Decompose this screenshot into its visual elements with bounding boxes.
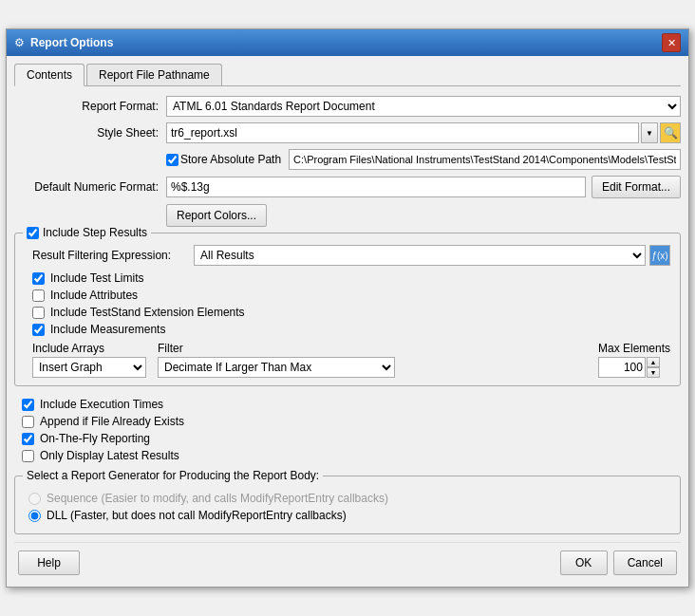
store-absolute-path-row: Store Absolute Path <box>14 149 681 170</box>
include-attributes-checkbox[interactable] <box>32 289 45 302</box>
report-generator-legend: Select a Report Generator for Producing … <box>23 469 323 482</box>
help-button[interactable]: Help <box>18 551 80 575</box>
report-format-row: Report Format: ATML 6.01 Standards Repor… <box>14 96 681 117</box>
append-file-checkbox[interactable] <box>22 416 34 428</box>
include-test-limits-label: Include Test Limits <box>50 271 144 285</box>
sequence-radio[interactable] <box>28 493 41 505</box>
max-elements-label: Max Elements <box>598 342 670 355</box>
store-absolute-path-label: Store Absolute Path <box>180 153 281 166</box>
store-absolute-path-checkbox[interactable] <box>166 154 178 166</box>
dll-radio-row: DLL (Faster, but does not call ModifyRep… <box>25 509 670 522</box>
ok-button[interactable]: OK <box>560 551 608 575</box>
style-sheet-dropdown-btn[interactable]: ▼ <box>641 122 658 143</box>
title-bar: ⚙ Report Options ✕ <box>7 29 688 56</box>
include-test-limits-row: Include Test Limits <box>25 271 670 285</box>
include-measurements-checkbox[interactable] <box>32 324 45 336</box>
bottom-section: Include Execution Times Append if File A… <box>14 394 681 470</box>
style-sheet-row: Style Sheet: ▼ 🔍 <box>14 122 681 143</box>
filter-select[interactable]: Decimate If Larger Than MaxInclude AllOm… <box>158 357 395 378</box>
edit-format-button[interactable]: Edit Format... <box>592 176 681 198</box>
only-display-checkbox[interactable] <box>22 450 34 462</box>
store-absolute-path-input[interactable] <box>289 149 681 170</box>
include-step-results-checkbox[interactable] <box>27 227 39 239</box>
max-elements-increment[interactable]: ▲ <box>647 357 660 367</box>
close-button[interactable]: ✕ <box>662 33 681 52</box>
report-colors-button[interactable]: Report Colors... <box>166 204 267 227</box>
append-file-row: Append if File Already Exists <box>14 415 681 428</box>
report-colors-row: Report Colors... <box>14 204 681 227</box>
include-attributes-label: Include Attributes <box>50 289 138 302</box>
result-filter-formula-btn[interactable]: ƒ(x) <box>649 245 670 266</box>
tab-contents[interactable]: Contents <box>14 64 85 86</box>
include-teststand-row: Include TestStand Extension Elements <box>25 306 670 319</box>
sequence-radio-row: Sequence (Easier to modify, and calls Mo… <box>25 492 670 505</box>
window-body: Contents Report File Pathname Report For… <box>7 56 688 587</box>
append-file-label: Append if File Already Exists <box>40 415 184 428</box>
result-filter-row: Result Filtering Expression: All Results… <box>25 245 670 266</box>
tab-report-file-pathname[interactable]: Report File Pathname <box>86 64 222 85</box>
include-step-results-legend: Include Step Results <box>43 226 147 239</box>
max-elements-decrement[interactable]: ▼ <box>647 367 660 378</box>
include-attributes-row: Include Attributes <box>25 289 670 302</box>
footer: Help OK Cancel <box>14 542 681 579</box>
cancel-button[interactable]: Cancel <box>613 551 677 575</box>
include-arrays-label: Include Arrays <box>32 342 146 355</box>
on-the-fly-label: On-The-Fly Reporting <box>40 432 150 445</box>
result-filter-select[interactable]: All Results <box>194 245 646 266</box>
include-test-limits-checkbox[interactable] <box>32 272 45 285</box>
include-execution-times-row: Include Execution Times <box>14 398 681 411</box>
include-step-results-group: Include Step Results Result Filtering Ex… <box>14 233 681 386</box>
title-bar-text: Report Options <box>30 36 113 49</box>
include-arrays-select[interactable]: Insert GraphInline DataOmit <box>32 357 146 378</box>
sequence-radio-label: Sequence (Easier to modify, and calls Mo… <box>47 492 388 505</box>
only-display-row: Only Display Latest Results <box>14 449 681 462</box>
default-numeric-format-row: Default Numeric Format: Edit Format... <box>14 176 681 198</box>
arrays-section: Include Arrays Insert GraphInline DataOm… <box>25 342 670 378</box>
dll-radio-label: DLL (Faster, but does not call ModifyRep… <box>47 509 347 522</box>
on-the-fly-row: On-The-Fly Reporting <box>14 432 681 445</box>
on-the-fly-checkbox[interactable] <box>22 433 34 445</box>
include-teststand-label: Include TestStand Extension Elements <box>50 306 245 319</box>
max-elements-input[interactable] <box>598 357 646 378</box>
style-sheet-label: Style Sheet: <box>14 126 166 140</box>
default-numeric-format-input[interactable] <box>166 177 586 197</box>
report-format-select[interactable]: ATML 6.01 Standards Report Document <box>166 96 681 117</box>
dll-radio[interactable] <box>28 510 41 522</box>
default-numeric-format-label: Default Numeric Format: <box>14 180 166 194</box>
main-window: ⚙ Report Options ✕ Contents Report File … <box>6 28 689 588</box>
only-display-label: Only Display Latest Results <box>40 449 179 462</box>
tab-bar: Contents Report File Pathname <box>14 64 681 86</box>
include-execution-times-checkbox[interactable] <box>22 399 34 411</box>
result-filter-label: Result Filtering Expression: <box>32 249 194 262</box>
style-sheet-browse-btn[interactable]: 🔍 <box>660 122 681 143</box>
style-sheet-input[interactable] <box>166 122 639 143</box>
filter-label: Filter <box>158 342 587 355</box>
report-format-label: Report Format: <box>14 100 166 113</box>
report-generator-group: Select a Report Generator for Producing … <box>14 476 681 534</box>
include-teststand-checkbox[interactable] <box>32 307 45 319</box>
include-execution-times-label: Include Execution Times <box>40 398 163 411</box>
title-bar-icon: ⚙ <box>14 36 25 49</box>
include-measurements-label: Include Measurements <box>50 323 165 336</box>
include-measurements-row: Include Measurements <box>25 323 670 336</box>
